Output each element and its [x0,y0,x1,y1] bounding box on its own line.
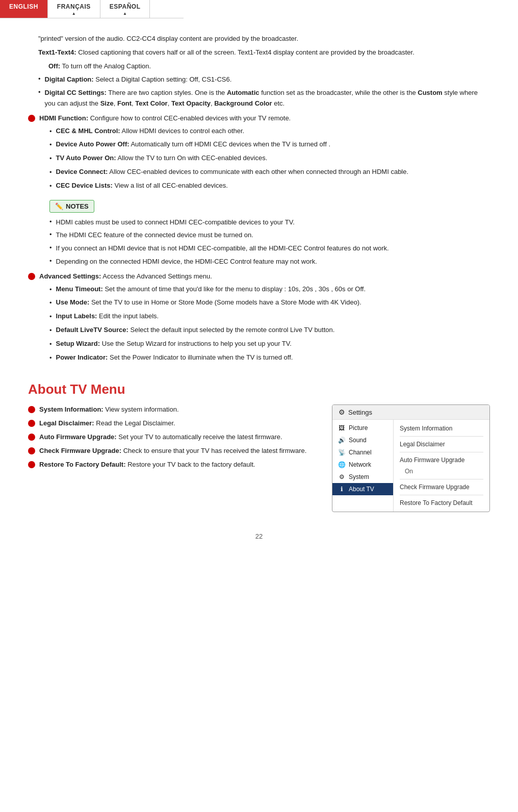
bullet-dot-cec: • [49,126,52,137]
menu-timeout-text: Menu Timeout: Set the amount of time tha… [56,284,366,295]
tv-menu-picture-label: Picture [349,424,368,432]
device-connect-text: Device Connect: Allow CEC-enabled device… [56,167,409,177]
cec-mhl-item: • CEC & MHL Control: Allow HDMI devices … [39,126,490,137]
page-number: 22 [28,532,490,540]
intro-line2-bold: Text1-Text4: [38,48,76,56]
bullet-dot: • [38,75,41,83]
default-livetv-text: Default LiveTV Source: Select the defaul… [56,325,335,336]
notes-text-3: If you connect an HDMI device that is no… [56,243,389,254]
bullet-dot-dc: • [49,167,52,178]
bullet-dot-sw: • [49,339,52,350]
power-indicator-item: • Power Indicator: Set the Power Indicat… [39,352,490,364]
tv-settings-box: ⚙ Settings 🖼 Picture 🔊 Sound [332,404,490,512]
um-bold: Use Mode: [56,298,90,306]
bullet-dot-2: • [38,88,41,96]
digital-cc-bold: Digital CC Settings: [45,89,107,96]
system-icon: ⚙ [338,473,346,480]
notes-bullet-3: • [49,244,52,251]
option-separator-4 [400,495,483,495]
tv-menu-network[interactable]: 🌐 Network [332,459,393,471]
font-bold: Font [117,99,132,107]
tab-francais[interactable]: FRANÇAIS ▲ [48,0,100,18]
red-circle-si [28,406,35,413]
tv-menu-sound[interactable]: 🔊 Sound [332,434,393,446]
tv-menu-sound-label: Sound [349,437,367,444]
bullet-dot-pi: • [49,353,52,364]
af-bold: Auto Firmware Upgrade: [39,433,117,441]
tab-english-label: ENGLISH [9,3,38,10]
tv-menu-about-tv[interactable]: ℹ About TV [332,483,393,495]
tv-menu-channel[interactable]: 📡 Channel [332,446,393,459]
system-info-text: System Information: View system informat… [39,404,322,415]
sw-bold: Setup Wizard: [56,340,100,347]
intro-line1: "printed" version of the audio. CC2-CC4 … [28,34,490,44]
hdmi-function-text: HDMI Function: Configure how to control … [39,113,490,196]
digital-caption-bold: Digital Caption: [45,75,94,83]
option-auto-firmware[interactable]: Auto Firmware Upgrade [400,454,483,466]
restore-factory-text: Restore To Factory Default: Restore your… [39,460,322,470]
cec-device-lists-item: • CEC Device Lists: View a list of all C… [39,181,490,192]
cdl-bold: CEC Device Lists: [56,182,113,189]
tv-options-column: System Information Legal Disclaimer Auto… [394,420,489,512]
input-labels-item: • Input Labels: Edit the input labels. [39,311,490,322]
advanced-settings-bold: Advanced Settings: [39,272,101,280]
tab-espanol[interactable]: ESPAÑOL ▲ [100,0,150,18]
advanced-settings-text: Advanced Settings: Access the Advanced S… [39,271,490,368]
option-system-information[interactable]: System Information [400,423,483,434]
tv-settings-header: ⚙ Settings [332,405,489,420]
il-bold: Input Labels: [56,312,97,320]
tv-auto-power-on-item: • TV Auto Power On: Allow the TV to turn… [39,153,490,164]
gear-icon: ⚙ [339,408,345,416]
sound-icon: 🔊 [338,437,346,444]
option-auto-firmware-value: On [400,466,483,477]
about-tv-content: System Information: View system informat… [28,404,490,512]
tab-francais-label: FRANÇAIS [57,3,91,10]
tv-menu-picture[interactable]: 🖼 Picture [332,422,393,434]
notes-bullet-4: • [49,257,52,265]
intro-line2-rest: Closed captioning that covers half or al… [78,48,415,56]
bullet-dot-dl: • [49,325,52,336]
digital-cc-item: • Digital CC Settings: There are two cap… [28,88,490,109]
advanced-settings-section: Advanced Settings: Access the Advanced S… [28,271,490,368]
power-indicator-text: Power Indicator: Set the Power Indicator… [56,352,293,363]
use-mode-text: Use Mode: Set the TV to use in Home or S… [56,297,361,308]
check-firmware-text: Check Firmware Upgrade: Check to ensure … [39,446,322,456]
tv-menu-system[interactable]: ⚙ System [332,471,393,483]
notes-icon: ✏️ [55,202,63,210]
tapo-bold: TV Auto Power On: [56,154,116,162]
system-info-item: System Information: View system informat… [28,404,322,415]
device-connect-item: • Device Connect: Allow CEC-enabled devi… [39,167,490,178]
use-mode-item: • Use Mode: Set the TV to use in Home or… [39,297,490,309]
dl-bold: Default LiveTV Source: [56,326,128,334]
option-restore-factory[interactable]: Restore To Factory Default [400,497,483,509]
network-icon: 🌐 [338,461,346,468]
bullet-dot-tapo: • [49,154,52,164]
option-legal-disclaimer[interactable]: Legal Disclaimer [400,439,483,450]
red-circle-hdmi [28,115,35,122]
restore-factory-item: Restore To Factory Default: Restore your… [28,460,322,470]
notes-text-4: Depending on the connected HDMI device, … [56,257,317,267]
legal-disclaimer-item: Legal Disclaimer: Read the Legal Disclai… [28,418,322,429]
option-check-firmware[interactable]: Check Firmware Upgrade [400,481,483,493]
notes-bullet-2: • [49,231,52,238]
notes-container: ✏️ NOTES • HDMI cables must be used to c… [39,200,490,267]
cec-device-lists-text: CEC Device Lists: View a list of all CEC… [56,181,228,191]
check-firmware-item: Check Firmware Upgrade: Check to ensure … [28,446,322,456]
tab-espanol-label: ESPAÑOL [110,3,141,10]
tab-english[interactable]: ENGLISH [0,0,48,18]
si-bold: System Information: [39,405,103,413]
tv-menu-channel-label: Channel [349,449,372,456]
auto-firmware-text: Auto Firmware Upgrade: Set your TV to au… [39,432,322,443]
notes-item-4: • Depending on the connected HDMI device… [39,257,490,267]
cec-mhl-text: CEC & MHL Control: Allow HDMI devices to… [56,126,245,137]
setup-wizard-text: Setup Wizard: Use the Setup Wizard for i… [56,339,292,349]
bullet-dot-um: • [49,298,52,309]
bullet-dot-dapo: • [49,140,52,150]
legal-disclaimer-text: Legal Disclaimer: Read the Legal Disclai… [39,418,322,429]
bg-color-bold: Background Color [214,99,272,107]
intro-line3-rest: To turn off the Analog Caption. [62,62,151,70]
dapo-bold: Device Auto Power Off: [56,140,130,148]
hdmi-function-bold: HDMI Function: [39,114,88,122]
hdmi-bullets: • CEC & MHL Control: Allow HDMI devices … [39,126,490,192]
cf-bold: Check Firmware Upgrade: [39,447,121,454]
